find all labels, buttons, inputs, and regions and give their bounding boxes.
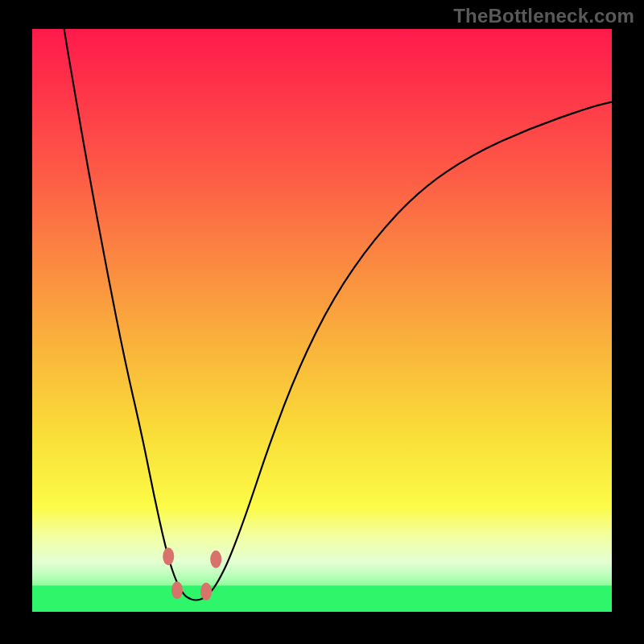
figure-container: TheBottleneck.com <box>0 0 644 644</box>
marker-left-upper <box>163 547 174 565</box>
green-band <box>32 585 612 612</box>
marker-left-lower <box>171 581 183 599</box>
marker-right-lower <box>200 583 212 601</box>
bottleneck-plot <box>0 0 644 644</box>
marker-right-upper <box>210 551 221 568</box>
